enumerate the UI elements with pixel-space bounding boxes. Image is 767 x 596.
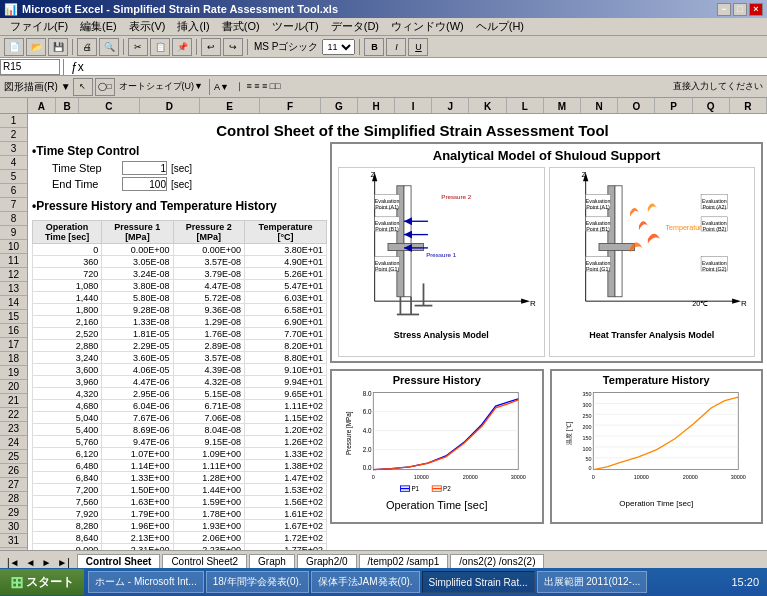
tab-first-btn[interactable]: |◄ — [4, 557, 23, 568]
save-btn[interactable]: 💾 — [48, 38, 68, 56]
toolbar: 📄 📂 💾 🖨 🔍 ✂ 📋 📌 ↩ ↪ MS Pゴシック 11 B I U — [0, 36, 767, 58]
table-row: 6,8401.33E+001.28E+001.47E+02 — [33, 472, 327, 484]
maximize-button[interactable]: □ — [733, 3, 747, 16]
font-name: MS Pゴシック — [254, 40, 318, 54]
toolbar2: 図形描画(R) ▼ ↖ ◯□ オートシェイプ(U)▼ A▼ ｜ ≡ ≡ ≡ □□… — [0, 76, 767, 98]
end-time-input[interactable] — [122, 177, 167, 191]
col-m: M — [544, 98, 581, 114]
row-number: 27 — [0, 478, 27, 492]
table-cell: 1.26E+02 — [245, 436, 327, 448]
table-cell: 1.78E+00 — [173, 508, 244, 520]
tab-control-sheet[interactable]: Control Sheet — [77, 554, 161, 568]
table-row: 5,0407.67E-067.06E-081.15E+02 — [33, 412, 327, 424]
col-c: C — [79, 98, 139, 114]
draw-select-btn[interactable]: ↖ — [73, 78, 93, 96]
svg-text:Point (G1): Point (G1) — [585, 266, 609, 272]
open-btn[interactable]: 📂 — [26, 38, 46, 56]
menu-file[interactable]: ファイル(F) — [4, 18, 74, 35]
preview-btn[interactable]: 🔍 — [99, 38, 119, 56]
redo-btn[interactable]: ↪ — [223, 38, 243, 56]
underline-btn[interactable]: U — [408, 38, 428, 56]
table-cell: 1.77E+02 — [245, 544, 327, 551]
menu-window[interactable]: ウィンドウ(W) — [385, 18, 470, 35]
formula-input[interactable] — [88, 61, 767, 73]
menu-tools[interactable]: ツール(T) — [266, 18, 325, 35]
table-cell: 1,440 — [33, 292, 102, 304]
taskbar-item-1[interactable]: 18/年間学会発表(0). — [206, 571, 309, 593]
charts-row: Pressure History 8.0 6.0 4.0 — [330, 369, 763, 524]
tab-control-sheet2[interactable]: Control Sheet2 — [162, 554, 247, 568]
svg-text:20000: 20000 — [682, 474, 697, 480]
heat-diagram: Z R — [549, 167, 756, 357]
menu-edit[interactable]: 編集(E) — [74, 18, 123, 35]
taskbar-item-3[interactable]: Simplified Strain Rat... — [422, 571, 535, 593]
formula-sep — [63, 59, 64, 75]
menu-format[interactable]: 書式(O) — [216, 18, 266, 35]
taskbar-item-2[interactable]: 保体手法JAM発表(0). — [311, 571, 420, 593]
start-button[interactable]: ⊞ スタート — [0, 569, 84, 595]
table-cell: 1.63E+00 — [102, 496, 173, 508]
row-number: 5 — [0, 170, 27, 184]
autoshape-label: オートシェイプ(U)▼ — [119, 80, 203, 93]
temperature-chart-svg: 350 300 250 200 150 100 50 0 0 10000 200… — [555, 388, 759, 497]
svg-text:6.0: 6.0 — [363, 408, 372, 415]
table-row: 5,4008.69E-068.04E-081.20E+02 — [33, 424, 327, 436]
stress-svg: Z R — [339, 168, 544, 328]
stress-diagram: Z R — [338, 167, 545, 357]
time-step-input[interactable] — [122, 161, 167, 175]
taskbar-item-4[interactable]: 出展範囲 2011(012-... — [537, 571, 648, 593]
heat-svg: Z R — [550, 168, 755, 328]
undo-btn[interactable]: ↩ — [201, 38, 221, 56]
minimize-button[interactable]: − — [717, 3, 731, 16]
table-cell: 6,840 — [33, 472, 102, 484]
svg-text:Point (A1): Point (A1) — [375, 204, 399, 210]
table-cell: 9,000 — [33, 544, 102, 551]
title-bar: 📊 Microsoft Excel - Simplified Strain Ra… — [0, 0, 767, 18]
table-cell: 8.20E+01 — [245, 340, 327, 352]
tab-last-btn[interactable]: ►| — [54, 557, 73, 568]
tab-next-btn[interactable]: ► — [38, 557, 54, 568]
name-box[interactable] — [0, 59, 60, 75]
svg-text:50: 50 — [585, 456, 591, 462]
table-cell: 1.50E+00 — [102, 484, 173, 496]
menu-help[interactable]: ヘルプ(H) — [470, 18, 530, 35]
col-d: D — [140, 98, 200, 114]
draw-shapes-btn[interactable]: ◯□ — [95, 78, 115, 96]
col-i: I — [395, 98, 432, 114]
cut-btn[interactable]: ✂ — [128, 38, 148, 56]
fontcolor-label: A▼ — [214, 82, 229, 92]
close-button[interactable]: × — [749, 3, 763, 16]
svg-text:Point (A1): Point (A1) — [586, 204, 610, 210]
table-cell: 5.72E-08 — [173, 292, 244, 304]
copy-btn[interactable]: 📋 — [150, 38, 170, 56]
table-row: 3,2403.60E-053.57E-088.80E+01 — [33, 352, 327, 364]
menu-insert[interactable]: 挿入(I) — [171, 18, 215, 35]
new-btn[interactable]: 📄 — [4, 38, 24, 56]
table-cell: 7,560 — [33, 496, 102, 508]
tab-temp02[interactable]: /temp02 /samp1 — [359, 554, 449, 568]
formula-icon: ƒx — [71, 60, 84, 74]
svg-text:Point (B1): Point (B1) — [586, 226, 610, 232]
tab-graph2[interactable]: Graph2/0 — [297, 554, 357, 568]
col-r: R — [730, 98, 767, 114]
tab-graph[interactable]: Graph — [249, 554, 295, 568]
toolbar-sep2 — [123, 39, 124, 55]
col-n: N — [581, 98, 618, 114]
paste-btn[interactable]: 📌 — [172, 38, 192, 56]
col-e: E — [200, 98, 260, 114]
font-size-select[interactable]: 11 — [322, 39, 355, 55]
tab-ons2[interactable]: /ons2(2) /ons2(2) — [450, 554, 544, 568]
svg-text:Point (G1): Point (G1) — [375, 266, 399, 272]
tab-prev-btn[interactable]: ◄ — [23, 557, 39, 568]
italic-btn[interactable]: I — [386, 38, 406, 56]
sheet-area: A B C D E F G H I J K L M N O P Q R Cont… — [28, 98, 767, 550]
row-number: 7 — [0, 198, 27, 212]
taskbar-item-0[interactable]: ホーム - Microsoft Int... — [88, 571, 204, 593]
svg-text:Evaluation: Evaluation — [701, 220, 726, 226]
table-cell: 5.15E-08 — [173, 388, 244, 400]
print-btn[interactable]: 🖨 — [77, 38, 97, 56]
menu-data[interactable]: データ(D) — [325, 18, 385, 35]
bold-btn[interactable]: B — [364, 38, 384, 56]
row-number: 32 — [0, 548, 27, 550]
menu-view[interactable]: 表示(V) — [123, 18, 172, 35]
